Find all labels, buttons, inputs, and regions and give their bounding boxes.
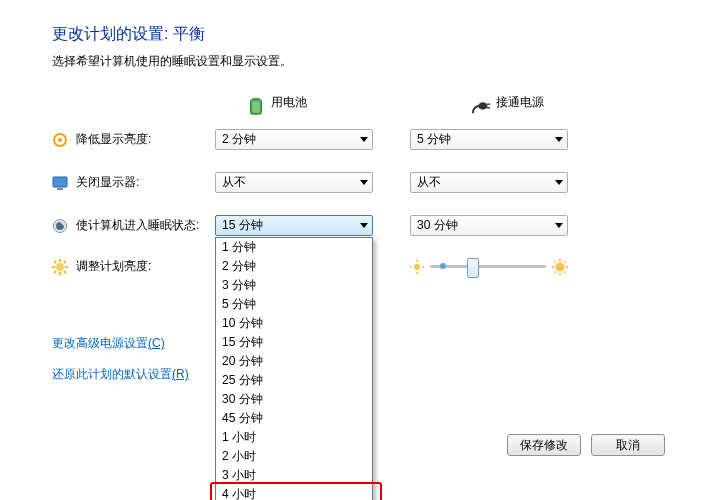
display-battery-combo[interactable]: 从不	[215, 172, 373, 193]
svg-point-3	[478, 102, 487, 109]
chevron-down-icon	[555, 137, 563, 142]
svg-point-7	[58, 138, 62, 142]
chevron-down-icon	[360, 180, 368, 185]
dim-icon	[52, 132, 68, 148]
chevron-down-icon	[555, 223, 563, 228]
column-header-battery: 用电池	[271, 94, 307, 111]
brightness-plugged-slider[interactable]	[410, 259, 568, 275]
label-display: 关闭显示器:	[76, 174, 139, 191]
svg-rect-8	[53, 177, 67, 187]
svg-line-18	[64, 261, 66, 263]
dropdown-option[interactable]: 1 分钟	[216, 238, 372, 257]
svg-line-16	[54, 261, 56, 263]
sun-large-icon	[552, 259, 568, 275]
label-sleep: 使计算机进入睡眠状态:	[76, 217, 199, 234]
brightness-icon	[52, 259, 68, 275]
svg-point-39	[555, 262, 564, 271]
dropdown-option[interactable]: 3 小时	[216, 466, 372, 485]
svg-line-46	[565, 261, 566, 262]
dropdown-option[interactable]: 30 分钟	[216, 390, 372, 409]
display-plugged-combo[interactable]: 从不	[410, 172, 568, 193]
sleep-icon	[52, 218, 68, 234]
dropdown-option[interactable]: 45 分钟	[216, 409, 372, 428]
label-brightness: 调整计划亮度:	[76, 258, 151, 275]
sleep-battery-dropdown[interactable]: 1 分钟2 分钟3 分钟5 分钟10 分钟15 分钟20 分钟25 分钟30 分…	[215, 237, 373, 500]
dropdown-option[interactable]: 1 小时	[216, 428, 372, 447]
svg-line-45	[565, 271, 566, 272]
dropdown-option[interactable]: 20 分钟	[216, 352, 372, 371]
sleep-battery-combo[interactable]: 15 分钟 1 分钟2 分钟3 分钟5 分钟10 分钟15 分钟20 分钟25 …	[215, 215, 373, 236]
dropdown-option[interactable]: 10 分钟	[216, 314, 372, 333]
svg-line-47	[554, 271, 555, 272]
dropdown-option[interactable]: 4 小时	[216, 485, 372, 500]
display-icon	[52, 175, 68, 191]
dim-plugged-combo[interactable]: 5 分钟	[410, 129, 568, 150]
svg-rect-2	[252, 101, 259, 112]
dim-battery-combo[interactable]: 2 分钟	[215, 129, 373, 150]
label-dim: 降低显示亮度:	[76, 131, 151, 148]
svg-point-34	[414, 264, 420, 270]
dropdown-option[interactable]: 15 分钟	[216, 333, 372, 352]
svg-point-11	[56, 263, 64, 271]
plug-icon	[470, 95, 486, 111]
chevron-down-icon	[360, 137, 368, 142]
dropdown-option[interactable]: 2 分钟	[216, 257, 372, 276]
svg-line-19	[54, 271, 56, 273]
dropdown-option[interactable]: 3 分钟	[216, 276, 372, 295]
dropdown-option[interactable]: 5 分钟	[216, 295, 372, 314]
svg-rect-9	[57, 188, 63, 190]
battery-icon	[245, 95, 261, 111]
sun-small-icon	[410, 260, 424, 274]
column-header-plugged: 接通电源	[496, 94, 544, 111]
chevron-down-icon	[360, 223, 368, 228]
page-title: 更改计划的设置: 平衡	[52, 24, 663, 45]
save-button[interactable]: 保存修改	[507, 434, 581, 456]
svg-line-17	[64, 271, 66, 273]
dropdown-option[interactable]: 25 分钟	[216, 371, 372, 390]
svg-line-44	[554, 261, 555, 262]
page-subtitle: 选择希望计算机使用的睡眠设置和显示设置。	[52, 53, 663, 70]
sleep-plugged-combo[interactable]: 30 分钟	[410, 215, 568, 236]
cancel-button[interactable]: 取消	[591, 434, 665, 456]
chevron-down-icon	[555, 180, 563, 185]
dropdown-option[interactable]: 2 小时	[216, 447, 372, 466]
